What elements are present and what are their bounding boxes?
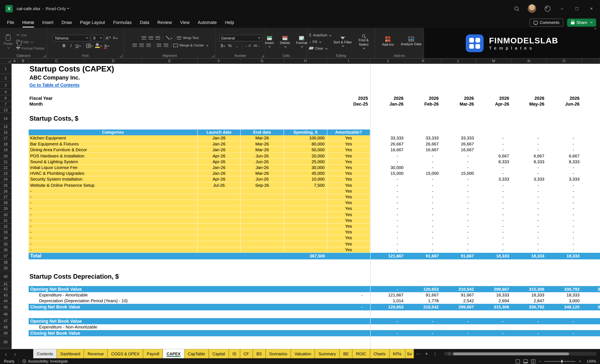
month-value[interactable]: Dec-25 xyxy=(327,101,368,107)
bottom-align-button[interactable] xyxy=(155,35,161,41)
page-break-view-button[interactable] xyxy=(531,359,535,363)
zoom-percentage[interactable]: 140% xyxy=(584,359,596,363)
accessibility-status[interactable]: Accessibility: Investigate xyxy=(23,359,68,363)
amortizable-cell[interactable]: Yes xyxy=(327,200,370,206)
row-header-40[interactable]: 40 xyxy=(0,271,12,282)
monthly-value-cell[interactable]: - xyxy=(476,235,509,241)
end-date-cell[interactable] xyxy=(241,200,284,206)
increase-indent-button[interactable] xyxy=(163,42,169,48)
monthly-value-cell[interactable]: - xyxy=(406,235,439,241)
monthly-value-cell[interactable]: - xyxy=(441,176,474,182)
month-label[interactable]: Month xyxy=(29,101,114,107)
monthly-value-cell[interactable]: - xyxy=(547,147,580,153)
launch-date-cell[interactable]: Apr-26 xyxy=(198,176,241,182)
monthly-value-cell[interactable]: - xyxy=(512,200,544,206)
category-cell[interactable]: - xyxy=(28,212,198,218)
monthly-value-cell[interactable]: - xyxy=(441,153,474,159)
monthly-value-cell[interactable]: - xyxy=(441,241,474,247)
category-cell[interactable]: - xyxy=(28,247,198,253)
row-header-31[interactable]: 31 xyxy=(0,218,12,223)
monthly-value-cell[interactable]: 3,333 xyxy=(476,176,509,182)
sort-filter-button[interactable]: Sort & Filter xyxy=(333,37,352,46)
launch-date-cell[interactable] xyxy=(198,229,241,235)
font-color-button[interactable]: A xyxy=(103,43,110,49)
page-layout-view-button[interactable] xyxy=(523,359,528,363)
category-cell[interactable]: - xyxy=(28,241,198,247)
sheet-tab-contents[interactable]: Contents xyxy=(33,349,57,358)
launch-date-cell[interactable]: Jan-26 xyxy=(198,135,241,141)
amortizable-cell[interactable]: Yes xyxy=(327,159,370,165)
launch-date-cell[interactable] xyxy=(198,188,241,194)
end-date-cell[interactable]: Jun-26 xyxy=(241,159,284,165)
normal-view-button[interactable] xyxy=(516,359,520,363)
monthly-value-cell[interactable]: - xyxy=(476,200,509,206)
sheet-tab-capital[interactable]: Capital xyxy=(209,349,229,358)
row-header-37[interactable]: 37 xyxy=(0,253,12,259)
monthly-value-cell[interactable]: - xyxy=(547,171,580,176)
row-header-33[interactable]: 33 xyxy=(0,229,12,235)
tabs-scroll-right-button[interactable] xyxy=(13,350,15,357)
autosum-button[interactable]: ΣAutoSum xyxy=(309,32,331,37)
end-date-cell[interactable] xyxy=(241,241,284,247)
spending-cell[interactable] xyxy=(284,223,327,229)
end-date-cell[interactable]: Mar-26 xyxy=(241,141,284,147)
col-header-C[interactable]: C xyxy=(28,58,84,64)
middle-align-button[interactable] xyxy=(148,35,154,41)
col-header-N[interactable]: N xyxy=(512,58,547,64)
end-date-cell[interactable]: Jun-26 xyxy=(241,153,284,159)
row-header-25[interactable]: 25 xyxy=(0,182,12,188)
category-cell[interactable]: Website & Online Presence Setup xyxy=(28,182,198,188)
copy-button[interactable]: Copy xyxy=(16,39,45,44)
monthly-value-cell[interactable]: - xyxy=(476,147,509,153)
menu-insert[interactable]: Insert xyxy=(42,17,53,28)
row-header-17[interactable]: 17 xyxy=(0,135,12,141)
row-header-24[interactable]: 24 xyxy=(0,176,12,182)
monthly-value-cell[interactable]: - xyxy=(406,200,439,206)
excel-app-icon[interactable]: X xyxy=(5,5,13,12)
clear-button[interactable]: Clear xyxy=(309,46,331,51)
row-header-19[interactable]: 19 xyxy=(0,147,12,153)
end-date-cell[interactable]: Jun-26 xyxy=(241,176,284,182)
row-header-32[interactable]: 32 xyxy=(0,223,12,229)
sheet-tab-scenarios[interactable]: Scenarios xyxy=(266,349,291,358)
font-family-select[interactable]: Tahoma xyxy=(52,35,90,41)
dep-monthly-value[interactable]: 2,694 xyxy=(476,298,509,304)
launch-date-cell[interactable] xyxy=(198,194,241,200)
monthly-value-cell[interactable]: - xyxy=(512,241,544,247)
spending-cell[interactable] xyxy=(284,188,327,194)
end-date-cell[interactable]: Jan-26 xyxy=(241,165,284,170)
row-header-14[interactable]: 14 xyxy=(0,113,12,124)
sphere-icon[interactable] xyxy=(545,6,551,11)
category-cell[interactable]: HVAC & Plumbing Upgrades xyxy=(28,171,198,176)
end-date-cell[interactable] xyxy=(241,223,284,229)
spending-cell[interactable] xyxy=(284,218,327,223)
merge-center-button[interactable]: Merge & Center xyxy=(173,43,208,47)
monthly-value-cell[interactable]: - xyxy=(512,165,544,170)
monthly-value-cell[interactable]: 16,667 xyxy=(406,147,439,153)
amortizable-cell[interactable]: Yes xyxy=(327,212,370,218)
costs-header-spending[interactable]: Spending, $ xyxy=(284,129,327,135)
amortizable-cell[interactable]: Yes xyxy=(327,182,370,188)
tab-options-button[interactable]: ⋮ xyxy=(431,349,439,358)
monthly-value-cell[interactable]: - xyxy=(370,153,403,159)
launch-date-cell[interactable] xyxy=(198,241,241,247)
end-date-cell[interactable] xyxy=(241,212,284,218)
category-cell[interactable]: - xyxy=(28,235,198,241)
add-ins-button[interactable]: Add-ins xyxy=(377,36,398,46)
wrap-text-button[interactable]: Wrap Text xyxy=(177,36,198,40)
monthly-value-cell[interactable]: - xyxy=(370,194,403,200)
amortizable-cell[interactable]: Yes xyxy=(327,206,370,211)
sheet-tab-cf[interactable]: CF xyxy=(240,349,253,358)
launch-date-cell[interactable] xyxy=(198,206,241,211)
row-header-28[interactable]: 28 xyxy=(0,200,12,206)
dep-monthly-value[interactable]: 18,333 xyxy=(512,292,544,298)
month-value[interactable]: Apr-26 xyxy=(476,101,509,107)
amortizable-cell[interactable]: Yes xyxy=(327,176,370,182)
monthly-value-cell[interactable]: 6,667 xyxy=(547,153,580,159)
category-cell[interactable]: - xyxy=(28,229,198,235)
dep-monthly-value[interactable]: 91,667 xyxy=(406,292,439,298)
col-header-I[interactable]: I xyxy=(327,58,370,64)
sheet-tab-be[interactable]: BE xyxy=(340,349,353,358)
monthly-value-cell[interactable]: - xyxy=(406,153,439,159)
monthly-value-cell[interactable]: - xyxy=(476,182,509,188)
